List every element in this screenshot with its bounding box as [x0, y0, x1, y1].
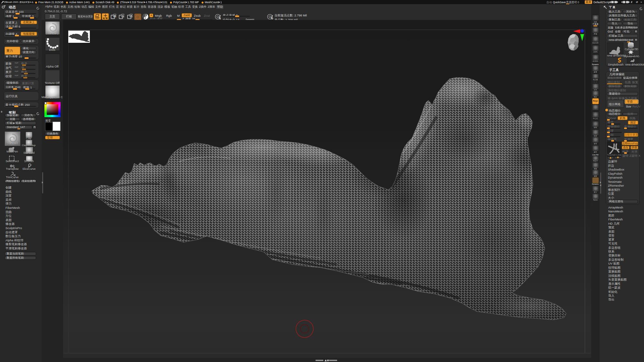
svg-text:M: M	[114, 15, 116, 17]
svg-text:D: D	[271, 17, 273, 20]
svg-text:R: R	[130, 15, 132, 17]
svg-text:S: S	[219, 17, 221, 20]
svg-text:S: S	[122, 15, 124, 17]
